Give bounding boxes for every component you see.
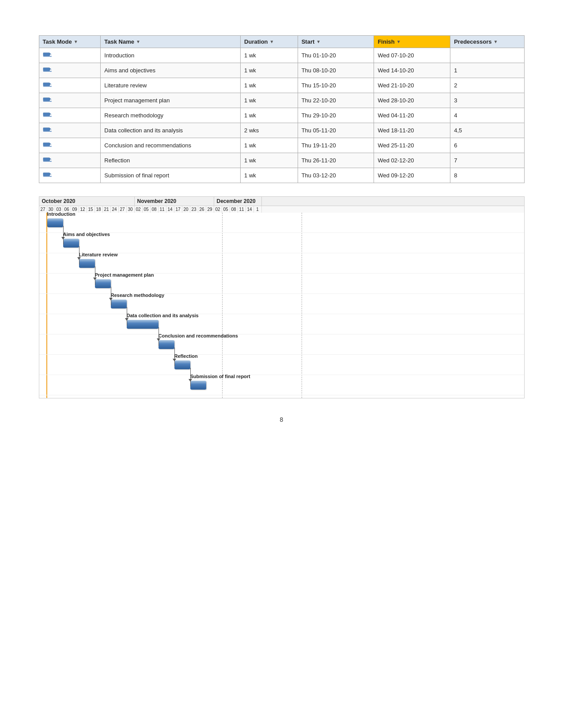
task-name-cell: Aims and objectives (101, 63, 241, 78)
finish-sort-icon[interactable]: ▼ (397, 39, 401, 44)
task-name-cell: Data collection and its analysis (101, 123, 241, 138)
gantt-row: Conclusion and recommendations (39, 334, 524, 355)
task-mode-cell (39, 63, 101, 78)
taskmode-sort-icon[interactable]: ▼ (74, 39, 78, 44)
svg-rect-12 (43, 98, 49, 101)
start-cell: Thu 03-12-20 (298, 168, 374, 183)
task-mode-cell (39, 78, 101, 93)
table-section: Task Mode ▼ Task Name ▼ Duration ▼ (39, 35, 525, 183)
predecessors-sort-icon[interactable]: ▼ (493, 39, 498, 44)
start-sort-icon[interactable]: ▼ (316, 39, 321, 44)
task-mode-cell (39, 168, 101, 183)
gantt-bar-label: Research methodology (111, 293, 165, 298)
task-name-cell: Project management plan (101, 93, 241, 108)
predecessors-cell: 6 (450, 138, 524, 153)
svg-marker-5 (49, 68, 51, 70)
duration-cell: 1 wk (241, 48, 298, 63)
duration-cell: 1 wk (241, 153, 298, 168)
svg-marker-27 (51, 146, 52, 147)
gantt-day-cell: 02 (135, 206, 143, 213)
task-mode-icon (43, 97, 52, 103)
svg-marker-17 (49, 113, 51, 115)
month-october: October 2020 (39, 197, 135, 206)
duration-cell: 1 wk (241, 93, 298, 108)
gantt-day-cell: 27 (119, 206, 127, 213)
gantt-table: Task Mode ▼ Task Name ▼ Duration ▼ (39, 35, 525, 183)
gantt-day-cell: 26 (198, 206, 206, 213)
duration-sort-icon[interactable]: ▼ (270, 39, 274, 44)
gantt-row: Project management plan (39, 274, 524, 294)
task-name-cell: Introduction (101, 48, 241, 63)
start-cell: Thu 29-10-20 (298, 108, 374, 123)
taskname-sort-icon[interactable]: ▼ (136, 39, 140, 44)
connector-arrow (157, 338, 160, 341)
duration-cell: 1 wk (241, 63, 298, 78)
task-mode-icon (43, 52, 52, 58)
month-november: November 2020 (135, 197, 214, 206)
svg-marker-11 (51, 86, 52, 87)
connector-arrow (61, 237, 65, 240)
task-mode-icon (43, 112, 52, 118)
start-cell: Thu 01-10-20 (298, 48, 374, 63)
gantt-day-cell: 29 (206, 206, 214, 213)
gantt-day-cell: 14 (166, 206, 174, 213)
svg-marker-21 (49, 128, 51, 130)
task-mode-icon (43, 172, 52, 178)
finish-cell: Wed 14-10-20 (374, 63, 450, 78)
predecessors-cell: 4,5 (450, 123, 524, 138)
task-mode-cell (39, 93, 101, 108)
gantt-months: October 2020 November 2020 December 2020 (39, 197, 524, 206)
finish-cell: Wed 07-10-20 (374, 48, 450, 63)
gantt-day-cell: 24 (111, 206, 119, 213)
gantt-bar-label: Submission of final report (190, 374, 250, 379)
svg-marker-35 (51, 176, 52, 177)
task-mode-icon (43, 67, 52, 73)
predecessors-cell: 2 (450, 78, 524, 93)
gantt-day-cell: 17 (174, 206, 182, 213)
gantt-row: Aims and objectives (39, 233, 524, 253)
predecessors-cell: 7 (450, 153, 524, 168)
gantt-day-cell: 08 (151, 206, 159, 213)
svg-marker-23 (51, 131, 52, 132)
gantt-bar-label: Project management plan (95, 272, 154, 278)
gantt-row: Research methodology (39, 294, 524, 314)
finish-cell: Wed 21-10-20 (374, 78, 450, 93)
task-mode-cell (39, 123, 101, 138)
svg-marker-3 (51, 56, 52, 57)
finish-cell: Wed 04-11-20 (374, 108, 450, 123)
task-mode-icon (43, 142, 52, 148)
gantt-days: 2730030609121518212427300205081114172023… (39, 206, 524, 213)
connector-arrow (109, 298, 113, 300)
gantt-bar: Data collection and its analysis (127, 320, 159, 329)
gantt-bar-label: Literature review (79, 252, 118, 257)
connector-v-line (111, 287, 111, 305)
task-mode-icon (43, 157, 52, 163)
predecessors-cell: 8 (450, 168, 524, 183)
task-mode-icon (43, 82, 52, 88)
start-cell: Thu 26-11-20 (298, 153, 374, 168)
connector-arrow (173, 359, 176, 361)
gantt-day-cell: 15 (87, 206, 95, 213)
svg-marker-25 (49, 143, 51, 145)
col-header-taskmode: Task Mode ▼ (39, 36, 101, 48)
gantt-row: Reflection (39, 355, 524, 375)
gantt-bar: Literature review (79, 259, 95, 268)
connector-v-line (127, 307, 127, 326)
col-header-taskname: Task Name ▼ (101, 36, 241, 48)
gantt-bar-label: Reflection (174, 353, 198, 359)
gantt-bar: Project management plan (95, 279, 111, 288)
predecessors-cell: 4 (450, 108, 524, 123)
predecessors-cell (450, 48, 524, 63)
gantt-bar: Aims and objectives (63, 239, 79, 248)
gantt-day-cell: 11 (238, 206, 246, 213)
finish-cell: Wed 28-10-20 (374, 93, 450, 108)
svg-marker-29 (49, 158, 51, 160)
col-header-start: Start ▼ (298, 36, 374, 48)
gantt-row: Submission of final report (39, 375, 524, 395)
gantt-day-cell: 11 (159, 206, 166, 213)
svg-rect-16 (43, 113, 49, 116)
gantt-day-cell: 05 (143, 206, 151, 213)
start-cell: Thu 05-11-20 (298, 123, 374, 138)
start-header-label: Start (302, 38, 315, 45)
table-row: Project management plan1 wkThu 22-10-20W… (39, 93, 524, 108)
